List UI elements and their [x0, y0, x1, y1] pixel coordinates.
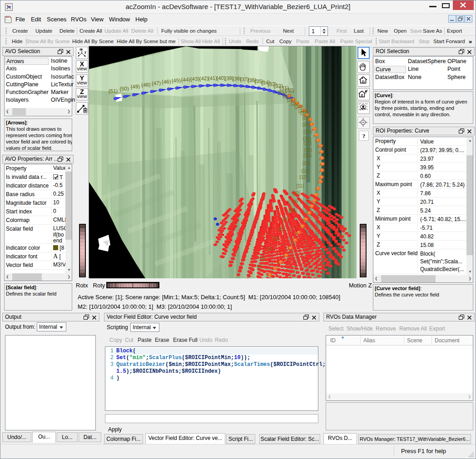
- svg-text:{30): {30): [285, 87, 294, 93]
- svg-text:{11): {11): [296, 183, 304, 188]
- svg-text:{12): {12): [299, 175, 307, 180]
- svg-text:{4): {4): [267, 247, 273, 252]
- svg-text:y: y: [84, 50, 86, 54]
- svg-text:{9): {9): [293, 199, 298, 204]
- svg-text:{7): {7): [283, 217, 288, 222]
- svg-text:{48): {48): [141, 82, 151, 88]
- svg-text:{21): {21): [302, 115, 310, 120]
- svg-text:{5): {5): [273, 236, 278, 241]
- svg-text:{51): {51): [108, 88, 118, 94]
- svg-text:{20): {20): [302, 122, 310, 127]
- svg-text:{50): {50): [119, 86, 129, 92]
- svg-text:{13): {13): [301, 168, 309, 173]
- svg-text:{42): {42): [199, 75, 208, 81]
- svg-text:{16): {16): [304, 148, 312, 153]
- svg-text:{49): {49): [130, 84, 140, 89]
- svg-text:{8): {8): [289, 208, 294, 213]
- svg-text:{46): {46): [162, 79, 171, 85]
- svg-text:{19): {19): [303, 129, 312, 134]
- svg-text:{15): {15): [303, 153, 312, 158]
- svg-text:{43): {43): [190, 76, 199, 82]
- svg-text:{3): {3): [260, 256, 265, 261]
- svg-text:x: x: [78, 51, 79, 54]
- svg-text:{2): {2): [257, 264, 262, 269]
- svg-text:{45): {45): [171, 78, 181, 84]
- svg-text:{47): {47): [151, 80, 161, 86]
- svg-text:{10): {10): [292, 191, 300, 196]
- svg-text:z: z: [79, 48, 81, 51]
- svg-text:{44): {44): [181, 77, 190, 83]
- svg-text:{17): {17): [303, 141, 312, 146]
- svg-text:{14): {14): [302, 161, 310, 166]
- svg-text:{6): {6): [278, 227, 284, 232]
